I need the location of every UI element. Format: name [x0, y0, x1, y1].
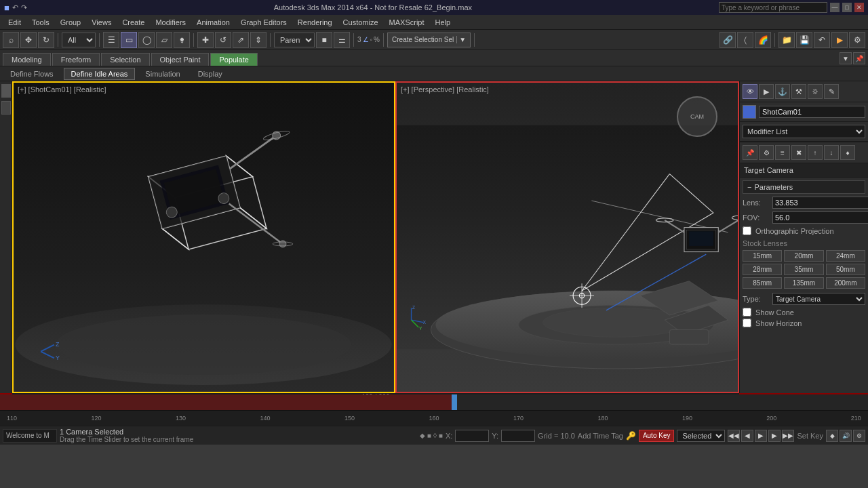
render-btn[interactable]: ▶: [831, 32, 848, 48]
rp-display-btn[interactable]: 👁: [743, 84, 757, 99]
menu-tools[interactable]: Tools: [26, 17, 55, 28]
tab-modeling[interactable]: Modeling: [3, 53, 51, 66]
tab-object-paint[interactable]: Object Paint: [151, 53, 210, 66]
modifier-list-dropdown[interactable]: Modifier List: [743, 125, 865, 138]
rp-motion-btn[interactable]: ▶: [759, 84, 774, 99]
open-file-btn[interactable]: 📁: [778, 32, 795, 48]
circle-select-button[interactable]: ◯: [138, 32, 155, 48]
timeline-handle[interactable]: [452, 394, 457, 410]
move-tool-button[interactable]: ✥: [20, 32, 37, 48]
rp-create-btn[interactable]: ✎: [824, 84, 839, 99]
menu-modifiers[interactable]: Modifiers: [150, 17, 191, 28]
rp-hierarchy-btn[interactable]: ⚓: [775, 84, 790, 99]
fov-value-input[interactable]: [772, 211, 868, 224]
lens-50mm-button[interactable]: 50mm: [826, 264, 865, 275]
menu-group[interactable]: Group: [55, 17, 87, 28]
sound-toggle-button[interactable]: 🔊: [840, 430, 852, 442]
lens-35mm-button[interactable]: 35mm: [784, 264, 823, 275]
rp-modify-btn[interactable]: ⛭: [808, 84, 823, 99]
link-tool-btn[interactable]: 🔗: [719, 32, 736, 48]
toolbar-btn-redo[interactable]: ↷: [21, 3, 27, 12]
mod-pin-btn[interactable]: 📌: [743, 145, 757, 160]
lasso-select-button[interactable]: ⧭: [174, 32, 190, 48]
auto-key-button[interactable]: Auto Key: [639, 430, 675, 442]
play-button[interactable]: ▶: [755, 430, 767, 442]
viewport-perspective[interactable]: [+] [Perspective] [Realistic] CAM: [395, 81, 739, 393]
save-file-btn[interactable]: 💾: [796, 32, 812, 48]
mod-makeunique-btn[interactable]: ♦: [840, 145, 855, 160]
lens-15mm-button[interactable]: 15mm: [743, 250, 782, 262]
filter-dropdown[interactable]: All: [62, 33, 96, 47]
tab-selection[interactable]: Selection: [101, 53, 149, 66]
undo-btn[interactable]: ↶: [814, 32, 830, 48]
menu-customize[interactable]: Customize: [338, 17, 384, 28]
lens-value-input[interactable]: [772, 197, 868, 209]
select-move-button[interactable]: ✚: [197, 32, 214, 48]
search-input[interactable]: [719, 2, 827, 13]
timeline-track[interactable]: [0, 394, 868, 411]
menu-help[interactable]: Help: [430, 17, 456, 28]
go-to-start-button[interactable]: ◀◀: [728, 430, 740, 442]
time-config-button[interactable]: ⚙: [853, 430, 865, 442]
lens-24mm-button[interactable]: 24mm: [826, 250, 865, 262]
lens-28mm-button[interactable]: 28mm: [743, 264, 782, 275]
window-maximize-button[interactable]: □: [842, 3, 852, 12]
x-coord-input[interactable]: [455, 430, 489, 442]
toolbar-btn-undo[interactable]: ↶: [12, 3, 18, 12]
select-scale-btn[interactable]: ⇗: [233, 32, 249, 48]
params-collapse-icon[interactable]: −: [747, 183, 751, 191]
select-rotate-btn[interactable]: ↺: [215, 32, 231, 48]
mod-delete-btn[interactable]: ✖: [791, 145, 806, 160]
rect-select-button[interactable]: ▭: [121, 32, 137, 48]
align-button[interactable]: ■: [316, 32, 332, 48]
populate-options-btn[interactable]: ▼: [840, 52, 852, 64]
ortho-projection-checkbox[interactable]: [743, 226, 751, 235]
rotate-tool-button[interactable]: ↻: [38, 32, 54, 48]
reference-coord-dropdown[interactable]: Parent: [274, 33, 315, 47]
menu-graph-editors[interactable]: Graph Editors: [235, 17, 292, 28]
create-selection-button[interactable]: Create Selection Sel ▼: [387, 33, 471, 47]
show-horizon-checkbox[interactable]: [743, 319, 751, 327]
menu-maxscript[interactable]: MAXScript: [384, 17, 430, 28]
rp-utilities-btn[interactable]: ⚒: [791, 84, 806, 99]
tab-populate[interactable]: Populate: [210, 53, 257, 66]
selected-dropdown[interactable]: Selected: [677, 430, 725, 442]
menu-animation[interactable]: Animation: [191, 17, 235, 28]
mod-options-btn[interactable]: ≡: [775, 145, 790, 160]
populate-pin-btn[interactable]: 📌: [853, 52, 865, 64]
menu-edit[interactable]: Edit: [3, 17, 26, 28]
left-mini-btn-2[interactable]: [1, 101, 11, 115]
layer-manager-btn[interactable]: ⚌: [334, 32, 350, 48]
object-color-swatch[interactable]: [743, 105, 756, 119]
subtab-define-idle-areas[interactable]: Define Idle Areas: [64, 68, 136, 80]
lens-135mm-button[interactable]: 135mm: [784, 277, 823, 289]
object-name-field[interactable]: [759, 106, 865, 118]
subtab-display[interactable]: Display: [191, 68, 230, 80]
camera-target-widget[interactable]: CAM: [677, 96, 717, 137]
key-filter-button[interactable]: ◆: [826, 430, 838, 442]
lens-20mm-button[interactable]: 20mm: [784, 250, 823, 262]
select-by-name-button[interactable]: ☰: [103, 32, 119, 48]
bind-space-warp-btn[interactable]: 🌈: [755, 32, 771, 48]
fence-select-button[interactable]: ▱: [156, 32, 172, 48]
y-coord-input[interactable]: [501, 430, 535, 442]
window-minimize-button[interactable]: —: [830, 3, 840, 12]
go-to-end-button[interactable]: ▶▶: [782, 430, 794, 442]
menu-rendering[interactable]: Rendering: [292, 17, 338, 28]
camera-type-dropdown[interactable]: Target Camera: [772, 293, 865, 305]
render-settings-btn[interactable]: ⚙: [849, 32, 865, 48]
next-frame-button[interactable]: ▶: [768, 430, 781, 442]
lens-85mm-button[interactable]: 85mm: [743, 277, 782, 289]
show-cone-checkbox[interactable]: [743, 308, 751, 317]
menu-views[interactable]: Views: [86, 17, 117, 28]
left-mini-btn-1[interactable]: [1, 84, 11, 98]
mod-moveup-btn[interactable]: ↑: [808, 145, 823, 160]
mod-movedown-btn[interactable]: ↓: [824, 145, 839, 160]
subtab-simulation[interactable]: Simulation: [138, 68, 187, 80]
mod-configure-btn[interactable]: ⚙: [759, 145, 774, 160]
subtab-define-flows[interactable]: Define Flows: [3, 68, 61, 80]
lens-200mm-button[interactable]: 200mm: [826, 277, 865, 289]
unlink-tool-btn[interactable]: 〈: [737, 32, 753, 48]
menu-create[interactable]: Create: [117, 17, 150, 28]
mirror-btn[interactable]: ⇕: [250, 32, 267, 48]
